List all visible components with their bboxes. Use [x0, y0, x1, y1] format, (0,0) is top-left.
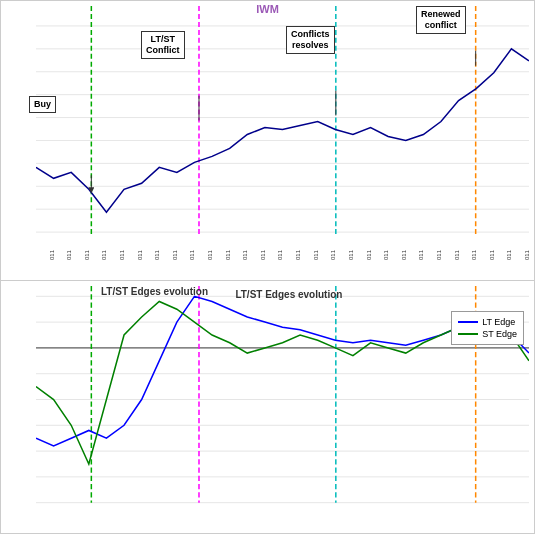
top-chart: IWM Buy LT/STConflict Conflictsresolves … — [1, 1, 534, 281]
annotation-conflicts: Conflictsresolves — [286, 26, 335, 54]
legend: LT Edge ST Edge — [451, 311, 524, 345]
svg-text:10/5/2011: 10/5/2011 — [137, 249, 143, 260]
top-chart-title: IWM — [256, 3, 279, 15]
top-chart-svg: 78 76 74 72 70 68 66 64 62 60 — [36, 6, 529, 260]
svg-text:10/27/2011: 10/27/2011 — [524, 249, 529, 260]
svg-text:10/7/2011: 10/7/2011 — [172, 249, 178, 260]
svg-text:10/4/2011: 10/4/2011 — [119, 249, 125, 260]
svg-text:10/21/2011: 10/21/2011 — [418, 249, 424, 260]
annotation-buy: Buy — [29, 96, 56, 113]
svg-text:10/6/2011: 10/6/2011 — [154, 249, 160, 260]
svg-text:9/29/2011: 9/29/2011 — [36, 249, 37, 260]
legend-st-line — [458, 333, 478, 335]
svg-text:10/25/2011: 10/25/2011 — [489, 249, 495, 260]
svg-text:10/18/2011: 10/18/2011 — [366, 249, 372, 260]
svg-text:10/13/2011: 10/13/2011 — [277, 249, 283, 260]
svg-text:10/3/2011: 10/3/2011 — [101, 249, 107, 260]
svg-text:10/24/2011: 10/24/2011 — [471, 249, 477, 260]
svg-text:10/26/2011: 10/26/2011 — [506, 249, 512, 260]
legend-st: ST Edge — [458, 329, 517, 339]
annotation-ltst: LT/STConflict — [141, 31, 185, 59]
svg-text:10/17/2011: 10/17/2011 — [348, 249, 354, 260]
svg-text:10/2/2011: 10/2/2011 — [84, 249, 90, 260]
svg-text:10/12/2011: 10/12/2011 — [260, 249, 266, 260]
svg-text:10/22/2011: 10/22/2011 — [436, 249, 442, 260]
legend-lt-line — [458, 321, 478, 323]
bottom-chart-title: LT/ST Edges evolution — [235, 289, 342, 300]
svg-text:10/11/2011: 10/11/2011 — [242, 249, 248, 260]
svg-text:10/14/2011: 10/14/2011 — [295, 249, 301, 260]
chart-container: IWM Buy LT/STConflict Conflictsresolves … — [0, 0, 535, 534]
svg-text:10/20/2011: 10/20/2011 — [401, 249, 407, 260]
annotation-renewed: Renewedconflict — [416, 6, 466, 34]
svg-text:10/9/2011: 10/9/2011 — [207, 249, 213, 260]
svg-text:10/8/2011: 10/8/2011 — [189, 249, 195, 260]
legend-lt-label: LT Edge — [482, 317, 515, 327]
svg-text:9/30/2011: 9/30/2011 — [49, 249, 55, 260]
svg-text:10/15/2011: 10/15/2011 — [313, 249, 319, 260]
svg-text:10/1/2011: 10/1/2011 — [66, 249, 72, 260]
legend-lt: LT Edge — [458, 317, 517, 327]
bottom-chart: LT/ST Edges evolution LT Edge ST Edge — [1, 281, 534, 533]
svg-text:10/16/2011: 10/16/2011 — [330, 249, 336, 260]
svg-text:10/10/2011: 10/10/2011 — [225, 249, 231, 260]
svg-text:10/19/2011: 10/19/2011 — [383, 249, 389, 260]
legend-st-label: ST Edge — [482, 329, 517, 339]
svg-text:10/23/2011: 10/23/2011 — [454, 249, 460, 260]
